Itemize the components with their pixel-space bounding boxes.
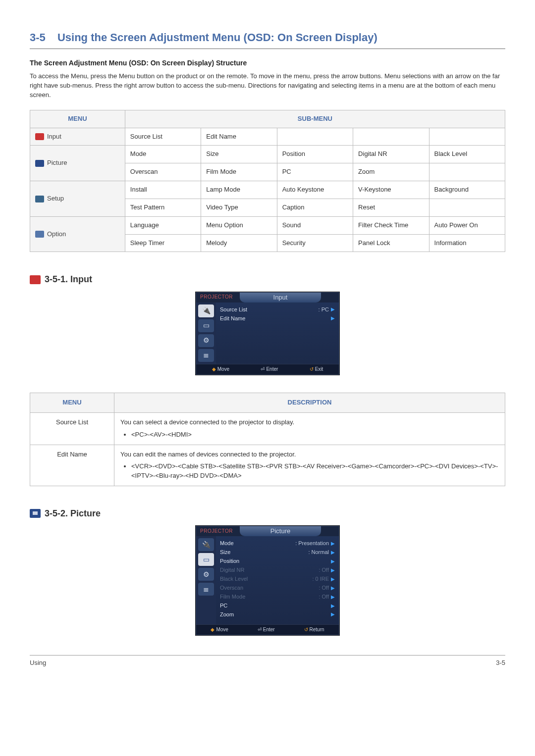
side-setup-icon-2: ⚙ [198,568,214,581]
move-icon: ◆ [212,366,216,373]
structure-heading: The Screen Adjustment Menu (OSD: On Scre… [30,58,505,68]
osd-picture-screenshot: PROJECTOR Picture 🔌 ▭ ⚙ ≣ Mode: Presenta… [196,526,339,635]
submenu-cell: Mode [125,146,201,163]
arrow-right-icon: ▶ [331,594,335,601]
osd-row-label: Edit Name [220,315,245,323]
submenu-cell: Security [277,234,353,252]
submenu-cell: Reset [353,199,429,216]
submenu-cell: Lamp Mode [201,181,277,199]
page-title: 3-5 Using the Screen Adjustment Menu (OS… [30,30,505,46]
menu-label: Option [47,230,66,238]
osd-row: Overscan: Off▶ [220,584,335,593]
submenu-cell: Caption [277,199,353,216]
desc-value: You can edit the names of devices connec… [114,445,505,486]
move-icon-2: ◆ [211,626,214,634]
osd-footer-enter-2: Enter [263,626,275,634]
arrow-right-icon: ▶ [331,611,335,618]
osd-row-value: : Off [319,566,329,574]
submenu-cell: Install [125,181,201,199]
menu-submenu-table: MENU SUB-MENU InputSource ListEdit NameP… [30,110,505,252]
submenu-cell: Edit Name [201,128,277,146]
th-menu-2: MENU [30,393,114,413]
arrow-right-icon: ▶ [331,549,335,556]
osd-row-value: : Normal [308,549,329,556]
osd-row-label: Position [220,557,239,565]
submenu-cell: Language [125,216,201,234]
th-description: DESCRIPTION [114,393,505,413]
enter-icon-2: ⏎ [258,626,262,634]
setup-icon [35,196,44,202]
menu-label: Setup [47,195,64,202]
osd-row: Size: Normal▶ [220,548,335,557]
submenu-cell: Sound [277,216,353,234]
side-setup-icon: ⚙ [198,334,214,347]
submenu-cell: Menu Option [201,216,277,234]
osd-row: Mode: Presentation▶ [220,539,335,548]
osd-row-value: : Presentation [295,540,329,548]
input-description-table: MENU DESCRIPTION Source ListYou can sele… [30,393,505,486]
subsection-picture-title: 3-5-2. Picture [45,507,101,520]
osd-row-label: Size [220,549,230,556]
subsection-picture-heading: 3-5-2. Picture [30,507,505,520]
section-title-text: Using the Screen Adjustment Menu (OSD: O… [57,31,377,44]
picture-icon [35,160,44,167]
arrow-right-icon: ▶ [331,306,335,313]
submenu-cell: Video Type [201,199,277,216]
enter-icon: ⏎ [261,366,265,373]
th-menu: MENU [30,110,125,128]
input-icon [30,275,41,284]
submenu-cell: Position [277,146,353,163]
table-row: Source ListYou can select a device conne… [30,412,505,445]
osd-row-label: Zoom [220,611,234,619]
desc-bullet: <VCR>-<DVD>-<Cable STB>-<Satellite STB>-… [131,462,499,481]
osd-side-icons-2: 🔌 ▭ ⚙ ≣ [196,536,216,624]
menu-label: Input [47,133,61,140]
arrow-right-icon: ▶ [331,558,335,565]
subsection-input-heading: 3-5-1. Input [30,273,505,286]
osd-row-label: Digital NR [220,566,245,574]
submenu-cell: Information [429,234,505,252]
submenu-cell: Size [201,146,277,163]
submenu-cell: Sleep Timer [125,234,201,252]
intro-text: To access the Menu, press the Menu butto… [30,72,505,100]
osd-footer-enter: Enter [266,366,278,373]
submenu-cell: PC [277,163,353,181]
arrow-right-icon: ▶ [331,567,335,574]
osd-footer-return: Return [310,626,324,634]
side-option-icon: ≣ [198,349,214,362]
submenu-cell: Filter Check Time [353,216,429,234]
submenu-cell: Background [429,181,505,199]
side-input-icon: 🔌 [198,304,214,317]
menu-cell-picture: Picture [30,146,125,181]
osd-picture-tab: Picture [240,526,321,536]
desc-value: You can select a device connected to the… [114,412,505,445]
submenu-cell [429,199,505,216]
arrow-right-icon: ▶ [331,603,335,610]
submenu-cell [277,128,353,146]
osd-projector-label: PROJECTOR [196,294,237,301]
submenu-cell: Film Mode [201,163,277,181]
page-footer: Using 3-5 [30,655,505,668]
arrow-right-icon: ▶ [331,540,335,548]
section-number: 3-5 [30,31,46,44]
submenu-cell: Overscan [125,163,201,181]
submenu-cell [429,128,505,146]
arrow-right-icon: ▶ [331,576,335,583]
side-option-icon-2: ≣ [198,583,214,596]
side-picture-icon-2: ▭ [198,553,214,566]
submenu-cell: Test Pattern [125,199,201,216]
desc-key: Edit Name [30,445,114,486]
osd-row-label: Black Level [220,575,248,583]
side-picture-icon: ▭ [198,319,214,332]
table-row: SetupInstallLamp ModeAuto KeystoneV-Keys… [30,181,505,199]
osd-input-tab: Input [240,293,321,302]
return-icon: ↺ [304,626,308,634]
osd-row: Zoom▶ [220,610,335,619]
desc-text: You can edit the names of devices connec… [120,450,499,459]
side-input-icon-2: 🔌 [198,538,214,551]
picture-icon [30,509,41,518]
osd-row-label: Mode [220,540,234,548]
osd-row-label: Overscan [220,584,243,592]
osd-row-label: Film Mode [220,593,245,601]
osd-row: Source List: PC▶ [220,305,335,314]
